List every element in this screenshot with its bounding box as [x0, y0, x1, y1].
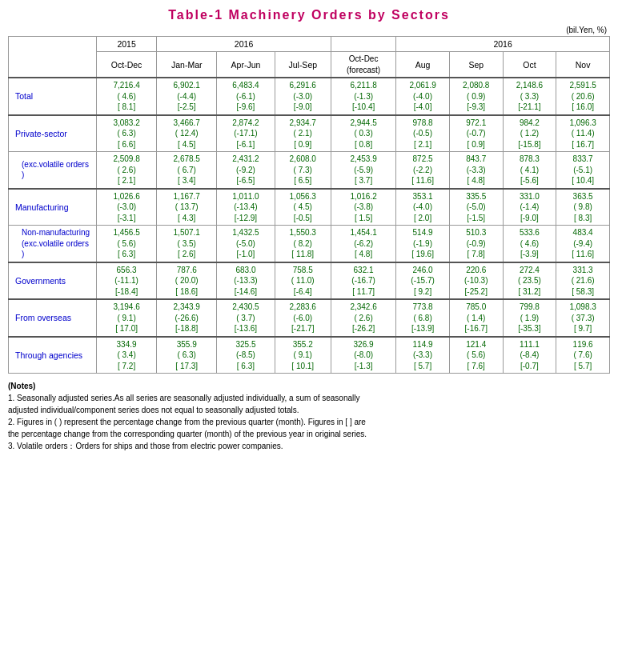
data-cell: 1,432.5(-5.0)[-1.0] — [217, 226, 275, 262]
data-cell: 1,056.3( 4.5)[-0.5] — [275, 189, 331, 226]
data-cell: 2,608.0( 7.3)[ 6.5] — [275, 152, 331, 189]
data-cell: 6,902.1(-4.4)[-2.5] — [157, 78, 217, 115]
col-jan-mar: Jan-Mar — [157, 52, 217, 78]
data-cell: 2,874.2(-17.1)[-6.1] — [217, 115, 275, 152]
data-cell: 3,466.7( 12.4)[ 4.5] — [157, 115, 217, 152]
col-apr-jun: Apr-Jun — [217, 52, 275, 78]
col-aug: Aug — [396, 52, 450, 78]
table-row: Total7,216.4( 4.6)[ 8.1]6,902.1(-4.4)[-2… — [9, 78, 610, 115]
data-cell: 331.3( 21.6)[ 58.3] — [556, 262, 610, 300]
data-cell: 246.0(-15.7)[ 9.2] — [396, 262, 450, 300]
data-cell: 1,096.3( 11.4)[ 16.7] — [556, 115, 610, 152]
data-cell: 2,453.9(-5.9)[ 3.7] — [331, 152, 395, 189]
data-cell: 2,283.6(-6.0)[-21.7] — [275, 299, 331, 337]
col-2016-monthly: 2016 — [396, 37, 610, 52]
data-cell: 510.3(-0.9)[ 7.8] — [449, 226, 503, 262]
col-2015: 2015 — [97, 37, 157, 52]
data-cell: 773.8( 6.8)[-13.9] — [396, 299, 450, 337]
data-cell: 1,011.0(-13.4)[-12.9] — [217, 189, 275, 226]
data-cell: 2,944.5( 0.3)[ 0.8] — [331, 115, 395, 152]
data-cell: 2,342.6( 2.6)[-26.2] — [331, 299, 395, 337]
header-row-2: Oct-Dec Jan-Mar Apr-Jun Jul-Sep Oct-Dec(… — [9, 52, 610, 78]
data-cell: 6,291.6(-3.0)[-9.0] — [275, 78, 331, 115]
col-oct-dec-forecast: Oct-Dec(forecast) — [331, 52, 395, 78]
data-cell: 335.5(-5.0)[-1.5] — [449, 189, 503, 226]
data-cell: 2,678.5( 6.7)[ 3.4] — [157, 152, 217, 189]
data-cell: 111.1(-8.4)[-0.7] — [503, 337, 556, 374]
data-cell: 7,216.4( 4.6)[ 8.1] — [97, 78, 157, 115]
data-cell: 787.6( 20.0)[ 18.6] — [157, 262, 217, 300]
note-line-1: 1. Seasonally adjusted series.As all ser… — [8, 392, 610, 404]
data-cell: 1,550.3( 8.2)[ 11.8] — [275, 226, 331, 262]
row-label-5: Governments — [9, 262, 97, 300]
data-cell: 978.8(-0.5)[ 2.1] — [396, 115, 450, 152]
data-cell: 2,509.8( 2.6)[ 2.1] — [97, 152, 157, 189]
data-cell: 2,061.9(-4.0)[-4.0] — [396, 78, 450, 115]
data-cell: 3,194.6( 9.1)[ 17.0] — [97, 299, 157, 337]
col-oct-dec-2015: Oct-Dec — [97, 52, 157, 78]
data-cell: 483.4(-9.4)[ 11.6] — [556, 226, 610, 262]
col-nov: Nov — [556, 52, 610, 78]
col-sep: Sep — [449, 52, 503, 78]
table-row: Manufacturing1,026.6(-3.0)[-3.1]1,167.7(… — [9, 189, 610, 226]
data-cell: 799.8( 1.9)[-35.3] — [503, 299, 556, 337]
note-line-4: the percentage change from the correspon… — [8, 428, 610, 440]
data-cell: 683.0(-13.3)[-14.6] — [217, 262, 275, 300]
data-cell: 119.6( 7.6)[ 5.7] — [556, 337, 610, 374]
data-cell: 326.9(-8.0)[-1.3] — [331, 337, 395, 374]
table-row: (exc.volatile orders )2,509.8( 2.6)[ 2.1… — [9, 152, 610, 189]
data-cell: 872.5(-2.2)[ 11.6] — [396, 152, 450, 189]
col-oct: Oct — [503, 52, 556, 78]
data-cell: 114.9(-3.3)[ 5.7] — [396, 337, 450, 374]
main-table: 2015 2016 2016 Oct-Dec Jan-Mar Apr-Jun J… — [8, 36, 610, 374]
data-cell: 785.0( 1.4)[-16.7] — [449, 299, 503, 337]
data-cell: 272.4( 23.5)[ 31.2] — [503, 262, 556, 300]
data-cell: 363.5( 9.8)[ 8.3] — [556, 189, 610, 226]
data-cell: 2,343.9(-26.6)[-18.8] — [157, 299, 217, 337]
data-cell: 1,016.2(-3.8)[ 1.5] — [331, 189, 395, 226]
data-cell: 2,431.2(-9.2)[-6.5] — [217, 152, 275, 189]
table-row: From overseas3,194.6( 9.1)[ 17.0]2,343.9… — [9, 299, 610, 337]
data-cell: 2,430.5( 3.7)[-13.6] — [217, 299, 275, 337]
data-cell: 2,591.5( 20.6)[ 16.0] — [556, 78, 610, 115]
data-cell: 355.2( 9.1)[ 10.1] — [275, 337, 331, 374]
data-cell: 2,080.8( 0.9)[-9.3] — [449, 78, 503, 115]
row-label-3: Manufacturing — [9, 189, 97, 226]
row-label-2: (exc.volatile orders ) — [9, 152, 97, 189]
data-cell: 632.1(-16.7)[ 11.7] — [331, 262, 395, 300]
data-cell: 331.0(-1.4)[-9.0] — [503, 189, 556, 226]
row-label-4: Non-manufacturing(exc.volatile orders ) — [9, 226, 97, 262]
row-label-7: Through agencies — [9, 337, 97, 374]
data-cell: 843.7(-3.3)[ 4.8] — [449, 152, 503, 189]
note-line-0: (Notes) — [8, 380, 610, 392]
note-line-5: 3. Volatile orders：Orders for ships and … — [8, 440, 610, 452]
data-cell: 1,026.6(-3.0)[-3.1] — [97, 189, 157, 226]
data-cell: 1,507.1( 3.5)[ 2.6] — [157, 226, 217, 262]
table-row: Private-sector3,083.2( 6.3)[ 6.6]3,466.7… — [9, 115, 610, 152]
data-cell: 2,934.7( 2.1)[ 0.9] — [275, 115, 331, 152]
data-cell: 325.5(-8.5)[ 6.3] — [217, 337, 275, 374]
data-cell: 972.1(-0.7)[ 0.9] — [449, 115, 503, 152]
data-cell: 1,167.7( 13.7)[ 4.3] — [157, 189, 217, 226]
row-label-6: From overseas — [9, 299, 97, 337]
data-cell: 758.5( 11.0)[-6.4] — [275, 262, 331, 300]
data-cell: 6,211.8(-1.3)[-10.4] — [331, 78, 395, 115]
row-label-0: Total — [9, 78, 97, 115]
unit-label: (bil.Yen, %) — [8, 26, 610, 34]
data-cell: 514.9(-1.9)[ 19.6] — [396, 226, 450, 262]
data-cell: 220.6(-10.3)[-25.2] — [449, 262, 503, 300]
table-row: Through agencies334.9( 3.4)[ 7.2]355.9( … — [9, 337, 610, 374]
page-title: Table-1 Machinery Orders by Sectors — [8, 8, 610, 22]
notes-section: (Notes)1. Seasonally adjusted series.As … — [8, 380, 610, 452]
col-forecast — [331, 37, 395, 52]
note-line-3: 2. Figures in ( ) represent the percenta… — [8, 416, 610, 428]
data-cell: 353.1(-4.0)[ 2.0] — [396, 189, 450, 226]
data-cell: 984.2( 1.2)[-15.8] — [503, 115, 556, 152]
table-row: Governments656.3(-11.1)[-18.4]787.6( 20.… — [9, 262, 610, 300]
data-cell: 878.3( 4.1)[-5.6] — [503, 152, 556, 189]
note-line-2: adjusted individual/component series doe… — [8, 404, 610, 416]
data-cell: 1,454.1(-6.2)[ 4.8] — [331, 226, 395, 262]
data-cell: 121.4( 5.6)[ 7.6] — [449, 337, 503, 374]
data-cell: 1,098.3( 37.3)[ 9.7] — [556, 299, 610, 337]
data-cell: 656.3(-11.1)[-18.4] — [97, 262, 157, 300]
